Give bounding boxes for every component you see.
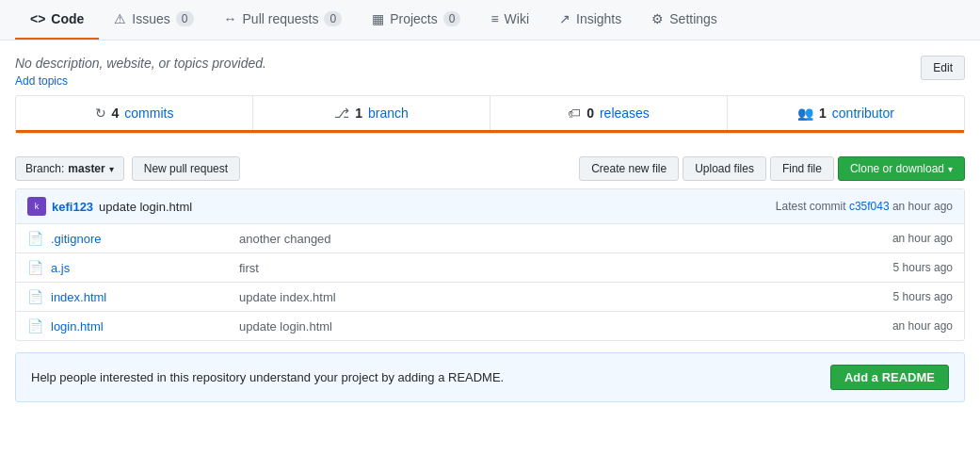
people-icon: 👥 [797,106,813,121]
tab-issues-label: Issues [132,11,169,26]
file-name[interactable]: index.html [51,290,239,304]
latest-commit-prefix: Latest commit [776,200,846,213]
branch-selector[interactable]: Branch: master ▾ [15,156,124,181]
clone-or-download-button[interactable]: Clone or download ▾ [838,156,965,181]
add-readme-button[interactable]: Add a README [830,365,949,390]
latest-commit-row: k kefi123 update login.html Latest commi… [16,189,964,224]
tab-projects-label: Projects [390,11,438,26]
file-commit-message: another changed [239,232,892,246]
file-commit-message: update login.html [239,319,892,334]
tab-code[interactable]: <> Code [15,0,99,40]
branches-label: branch [368,106,409,121]
releases-count: 0 [586,106,594,121]
commit-time: an hour ago [892,200,953,213]
projects-count: 0 [443,11,461,26]
tab-insights-label: Insights [576,11,621,26]
file-time: 5 hours ago [893,290,953,303]
issues-icon: ⚠ [114,11,126,26]
contributors-stat[interactable]: 👥 1 contributor [728,96,964,130]
readme-banner: Help people interested in this repositor… [15,352,965,402]
file-time: an hour ago [892,319,953,333]
code-icon: <> [30,11,45,26]
commits-icon: ↻ [95,106,106,121]
file-name[interactable]: .gitignore [51,232,239,246]
commit-author-name[interactable]: kefi123 [52,200,93,214]
table-row: 📄 login.html update login.html an hour a… [16,312,964,340]
file-commit-message: update index.html [239,290,893,304]
wiki-icon: ≡ [490,11,498,26]
contributors-count: 1 [819,106,827,121]
tag-icon: 🏷 [568,106,581,121]
branch-icon: ⎇ [334,106,349,121]
clone-chevron-down-icon: ▾ [948,164,953,174]
tab-code-label: Code [51,11,84,26]
edit-button[interactable]: Edit [921,56,965,80]
file-time: 5 hours ago [893,261,953,274]
avatar: k [27,197,46,216]
file-time: an hour ago [892,232,953,245]
branches-count: 1 [355,106,362,121]
file-commit-message: first [239,261,893,275]
file-name[interactable]: login.html [51,319,239,334]
commit-hash[interactable]: c35f043 [849,200,890,213]
file-icon: 📄 [27,289,43,304]
commit-message: update login.html [99,200,192,214]
pull-requests-count: 0 [324,11,342,26]
tab-issues[interactable]: ⚠ Issues 0 [99,0,208,40]
upload-files-button[interactable]: Upload files [683,156,766,181]
tab-settings[interactable]: ⚙ Settings [636,0,732,40]
contributors-label: contributor [832,106,894,121]
commits-stat[interactable]: ↻ 4 commits [16,96,253,130]
repo-description: No description, website, or topics provi… [15,56,266,71]
branches-stat[interactable]: ⎇ 1 branch [253,96,490,130]
file-name[interactable]: a.js [51,261,239,275]
table-row: 📄 index.html update index.html 5 hours a… [16,283,964,312]
branch-selector-prefix: Branch: [25,162,64,175]
chevron-down-icon: ▾ [109,164,114,174]
tab-wiki-label: Wiki [505,11,529,26]
tab-pull-requests[interactable]: ↔ Pull requests 0 [209,0,358,40]
table-row: 📄 .gitignore another changed an hour ago [16,224,964,253]
file-table: k kefi123 update login.html Latest commi… [15,188,965,341]
readme-banner-text: Help people interested in this repositor… [31,370,504,384]
tab-wiki[interactable]: ≡ Wiki [475,0,544,40]
repo-tabs: <> Code ⚠ Issues 0 ↔ Pull requests 0 ▦ P… [0,0,980,41]
tab-settings-label: Settings [669,11,717,26]
insights-icon: ↗ [559,11,570,26]
create-new-file-button[interactable]: Create new file [579,156,679,181]
clone-or-download-label: Clone or download [850,162,944,175]
file-icon: 📄 [27,231,43,246]
pull-requests-icon: ↔ [224,11,237,26]
tab-insights[interactable]: ↗ Insights [544,0,636,40]
issues-count: 0 [176,11,194,26]
commit-meta: Latest commit c35f043 an hour ago [776,200,953,213]
releases-stat[interactable]: 🏷 0 releases [490,96,728,130]
commits-count: 4 [112,106,120,121]
new-pull-request-button[interactable]: New pull request [132,156,240,181]
stats-bar: ↻ 4 commits ⎇ 1 branch 🏷 0 releases 👥 1 … [15,95,965,134]
find-file-button[interactable]: Find file [770,156,834,181]
file-icon: 📄 [27,260,43,275]
branch-selector-name: master [68,162,104,175]
add-topics-link[interactable]: Add topics [15,74,266,88]
repo-info: No description, website, or topics provi… [0,41,980,95]
releases-label: releases [600,106,650,121]
commits-label: commits [124,106,173,121]
tab-pull-requests-label: Pull requests [243,11,319,26]
settings-icon: ⚙ [651,11,664,26]
projects-icon: ▦ [372,11,384,26]
table-row: 📄 a.js first 5 hours ago [16,253,964,283]
file-controls: Branch: master ▾ New pull request Create… [0,149,980,188]
file-icon: 📄 [27,318,43,334]
tab-projects[interactable]: ▦ Projects 0 [357,0,475,40]
